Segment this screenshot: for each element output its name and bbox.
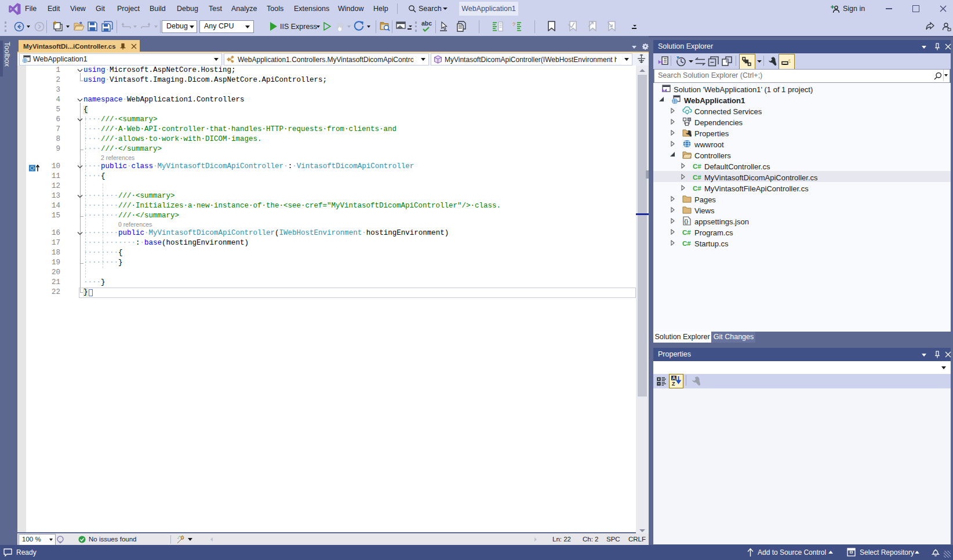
svg-text:Z: Z <box>672 381 675 386</box>
svg-text:{}: {} <box>684 219 689 224</box>
svg-text:?: ? <box>512 21 515 27</box>
svg-text:A: A <box>672 375 676 381</box>
